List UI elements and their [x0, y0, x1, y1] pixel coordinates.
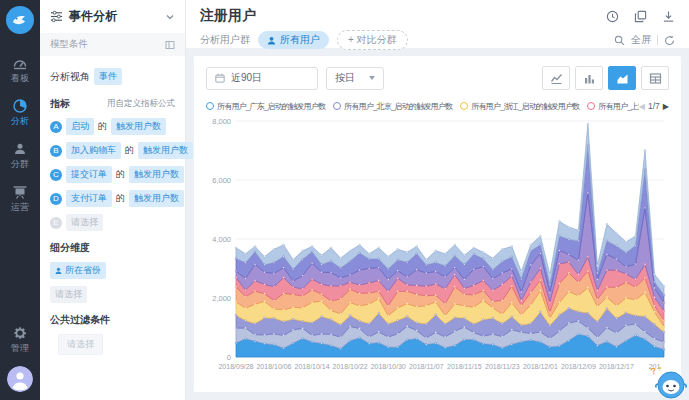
metric-badge: E [50, 217, 62, 229]
metric-badge: C [50, 169, 62, 181]
user-group-icon [12, 141, 28, 157]
svg-text:?: ? [658, 366, 662, 372]
svg-text:2018/10/22: 2018/10/22 [333, 363, 368, 370]
model-conditions-bar: 模型条件 [40, 33, 185, 56]
person-icon [267, 36, 276, 45]
sidebar-item-label: 运营 [11, 203, 29, 212]
dimension-placeholder[interactable]: 请选择 [50, 286, 87, 303]
common-filter-label: 公共过滤条件 [50, 313, 175, 327]
sidebar-item-analysis[interactable]: 分析 [0, 90, 40, 133]
conjunction: 的 [125, 144, 134, 157]
metric-row: D 支付订单 的 触发用户数 [50, 190, 175, 207]
help-mascot-widget[interactable]: ? ? [649, 364, 687, 400]
sidebar-item-label: 分群 [11, 160, 29, 169]
measure-pill[interactable]: 触发用户数 [129, 190, 184, 207]
metric-badge: D [50, 193, 62, 205]
legend-item[interactable]: 所有用户_北京_启动的触发用户数 [333, 101, 452, 112]
bar-chart-icon [583, 72, 596, 85]
copy-icon[interactable] [634, 10, 647, 23]
analysis-model-title: 事件分析 [69, 8, 159, 25]
svg-text:8,000: 8,000 [212, 117, 231, 126]
sidebar-item-admin[interactable]: 管理 [0, 317, 40, 360]
chart-toolbar: 近90日 按日 [206, 66, 669, 90]
chevron-down-icon[interactable] [165, 12, 175, 22]
caret-down-icon [369, 76, 375, 80]
history-icon[interactable] [606, 10, 619, 23]
main-area: 注册用户 分析用户群 [186, 0, 689, 400]
legend-prev-icon[interactable]: ◀ [639, 102, 645, 111]
page-title: 注册用户 [200, 7, 606, 25]
refresh-icon[interactable] [664, 35, 675, 46]
sidebar-item-operations[interactable]: 运营 [0, 176, 40, 219]
app-sidebar: 看板 分析 分群 运营 管理 [0, 0, 40, 400]
svg-text:2,000: 2,000 [212, 294, 231, 303]
segment-label: 分析用户群 [200, 33, 250, 47]
legend-pagination: ◀ 1/7 ▶ [639, 99, 669, 113]
svg-text:2018/11/07: 2018/11/07 [409, 363, 444, 370]
dimension-label: 细分维度 [50, 241, 175, 255]
metric-badge: A [50, 121, 62, 133]
download-icon[interactable] [662, 10, 675, 23]
view-value-pill[interactable]: 事件 [94, 68, 122, 85]
gear-icon [12, 325, 28, 341]
svg-text:2018/12/09: 2018/12/09 [561, 363, 596, 370]
filter-placeholder[interactable]: 请选择 [58, 334, 103, 355]
legend-marker [206, 102, 214, 110]
analysis-config-panel: 事件分析 模型条件 分析视角 事件 指标 用自定义指标公式 A 启动 的 触发用… [40, 0, 186, 400]
sidebar-item-segments[interactable]: 分群 [0, 133, 40, 176]
metric-row: B 加入购物车 的 触发用户数 [50, 142, 175, 159]
event-pill[interactable]: 启动 [66, 118, 94, 135]
operations-icon [12, 184, 28, 200]
fullscreen-label[interactable]: 全屏 [631, 33, 651, 47]
chart-card: 近90日 按日 [194, 56, 681, 392]
divider [657, 35, 658, 45]
model-settings-icon [50, 10, 63, 23]
svg-text:4,000: 4,000 [212, 235, 231, 244]
area-chart-icon [616, 72, 629, 85]
product-logo[interactable] [5, 5, 35, 35]
svg-text:?: ? [650, 366, 658, 377]
measure-pill[interactable]: 触发用户数 [129, 166, 184, 183]
granularity-select[interactable]: 按日 [326, 67, 384, 90]
sidebar-item-label: 看板 [11, 74, 29, 83]
table-view-button[interactable] [641, 66, 669, 90]
legend-item[interactable]: 所有用户_浙江_启动的触发用户数 [460, 101, 579, 112]
view-label: 分析视角 [50, 70, 90, 84]
svg-text:2018/11/15: 2018/11/15 [447, 363, 482, 370]
line-chart-button[interactable] [542, 66, 570, 90]
report-header: 注册用户 分析用户群 [186, 0, 689, 48]
legend-next-icon[interactable]: ▶ [663, 102, 669, 111]
user-avatar[interactable] [7, 366, 33, 392]
event-pill[interactable]: 提交订单 [66, 166, 112, 183]
stacked-area-chart: 02,0004,0006,0008,0002018/09/282018/10/0… [206, 115, 669, 377]
bar-chart-button[interactable] [575, 66, 603, 90]
svg-text:2018/12/01: 2018/12/01 [523, 363, 558, 370]
add-metric-placeholder[interactable]: 请选择 [66, 214, 103, 231]
search-icon[interactable] [614, 35, 625, 46]
event-pill[interactable]: 加入购物车 [66, 142, 121, 159]
sidebar-item-dashboards[interactable]: 看板 [0, 47, 40, 90]
segment-all-users-pill[interactable]: 所有用户 [258, 31, 329, 49]
svg-text:0: 0 [227, 353, 231, 362]
dimension-pill[interactable]: 所在省份 [50, 262, 106, 279]
legend-item[interactable]: 所有用户_广东_启动的触发用户数 [206, 101, 325, 112]
metric-badge: B [50, 145, 62, 157]
compare-segment-button[interactable]: + 对比分群 [337, 30, 408, 50]
measure-pill[interactable]: 触发用户数 [111, 118, 166, 135]
event-pill[interactable]: 支付订单 [66, 190, 112, 207]
sidebar-item-label: 分析 [11, 117, 29, 126]
collapse-panel-icon[interactable] [165, 40, 175, 50]
custom-formula-link[interactable]: 用自定义指标公式 [107, 98, 175, 110]
person-icon [55, 267, 62, 275]
model-conditions-label: 模型条件 [50, 38, 165, 51]
measure-pill[interactable]: 触发用户数 [138, 142, 193, 159]
calendar-icon [215, 73, 225, 83]
date-range-value: 近90日 [231, 71, 262, 85]
sidebar-item-label: 管理 [11, 344, 29, 353]
metric-row: A 启动 的 触发用户数 [50, 118, 175, 135]
svg-text:6,000: 6,000 [212, 176, 231, 185]
area-chart-button[interactable] [608, 66, 636, 90]
dashboard-icon [12, 55, 28, 71]
metric-row-placeholder: E 请选择 [50, 214, 175, 231]
date-range-input[interactable]: 近90日 [206, 67, 318, 90]
